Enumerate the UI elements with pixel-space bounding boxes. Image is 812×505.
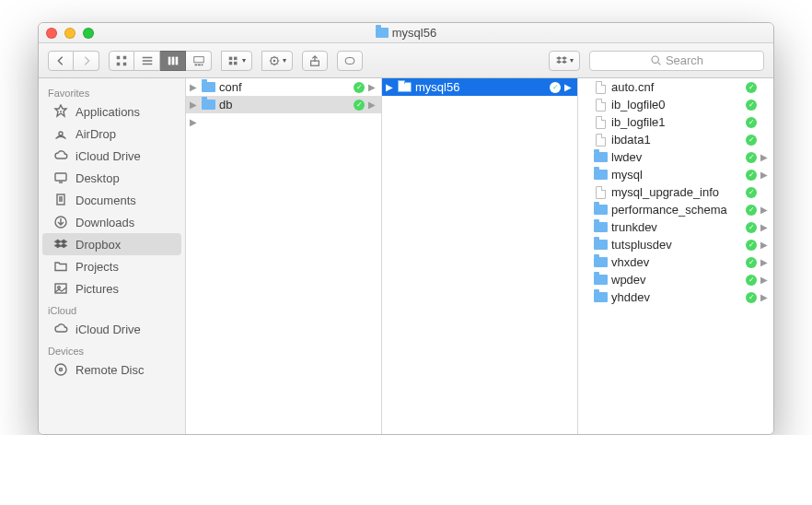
folder-row[interactable]: ▶performance_schema✓▶ bbox=[578, 201, 773, 218]
sidebar-item-applications[interactable]: Applications bbox=[39, 100, 185, 123]
dropbox-button[interactable]: ▾ bbox=[549, 51, 580, 71]
folder-row[interactable]: ▶trunkdev✓▶ bbox=[578, 218, 773, 236]
file-row[interactable]: ▶ib_logfile1✓ bbox=[578, 113, 773, 131]
sidebar-item-icloud-drive[interactable]: iCloud Drive bbox=[39, 145, 185, 167]
tags-button[interactable] bbox=[337, 51, 363, 71]
sidebar-item-downloads[interactable]: Downloads bbox=[39, 211, 185, 233]
body: FavoritesApplicationsAirDropiCloud Drive… bbox=[39, 78, 773, 434]
cloud-icon bbox=[53, 322, 68, 336]
row-label: ibdata1 bbox=[611, 133, 742, 147]
row-label: ib_logfile1 bbox=[611, 115, 742, 129]
sidebar-item-dropbox[interactable]: Dropbox bbox=[42, 233, 181, 255]
file-row[interactable]: ▶mysql_upgrade_info✓ bbox=[578, 183, 773, 201]
disc-icon bbox=[53, 362, 68, 377]
folder-row[interactable]: ▶yhddev✓▶ bbox=[578, 288, 773, 306]
file-row[interactable]: ▶auto.cnf✓ bbox=[578, 78, 773, 96]
maximize-button[interactable] bbox=[83, 28, 94, 39]
sync-check-icon: ✓ bbox=[746, 240, 757, 251]
column-2[interactable]: ▶auto.cnf✓▶ib_logfile0✓▶ib_logfile1✓▶ibd… bbox=[578, 78, 773, 434]
children-arrow-icon: ▶ bbox=[760, 222, 768, 232]
folder-row[interactable]: ▶mysql56✓▶ bbox=[382, 78, 577, 96]
view-buttons bbox=[109, 51, 212, 71]
svg-rect-14 bbox=[234, 61, 238, 65]
sync-check-icon: ✓ bbox=[746, 82, 757, 93]
sidebar-item-projects[interactable]: Projects bbox=[39, 255, 185, 277]
folder-row[interactable]: ▶db✓▶ bbox=[186, 96, 381, 113]
gallery-view-button[interactable] bbox=[186, 51, 212, 71]
search-field[interactable]: Search bbox=[589, 51, 764, 71]
column-view-button[interactable] bbox=[160, 51, 186, 71]
titlebar[interactable]: mysql56 bbox=[39, 23, 773, 43]
share-button[interactable] bbox=[302, 51, 328, 71]
svg-rect-0 bbox=[117, 55, 121, 59]
svg-rect-22 bbox=[55, 173, 66, 181]
folder-row[interactable]: ▶wpdev✓▶ bbox=[578, 271, 773, 288]
file-row[interactable]: ▶ibdata1✓ bbox=[578, 131, 773, 148]
row-label: yhddev bbox=[611, 290, 742, 304]
children-arrow-icon: ▶ bbox=[564, 82, 572, 92]
sync-check-icon: ✓ bbox=[354, 100, 365, 111]
action-button[interactable]: ▾ bbox=[261, 51, 293, 71]
folder-row[interactable]: ▶vhxdev✓▶ bbox=[578, 253, 773, 271]
sidebar-item-label: iCloud Drive bbox=[75, 323, 141, 336]
sidebar-item-documents[interactable]: Documents bbox=[39, 189, 185, 211]
downloads-icon bbox=[53, 215, 68, 229]
window-title: mysql56 bbox=[39, 26, 773, 40]
sync-check-icon: ✓ bbox=[746, 205, 757, 216]
cloud-icon bbox=[53, 148, 68, 163]
row-label: vhxdev bbox=[611, 255, 742, 269]
folder-row[interactable]: ▶tutsplusdev✓▶ bbox=[578, 236, 773, 253]
forward-button[interactable] bbox=[74, 51, 99, 71]
folder-icon bbox=[593, 221, 608, 234]
row-label: db bbox=[219, 98, 350, 112]
sidebar-item-label: Applications bbox=[75, 105, 140, 119]
sidebar-item-label: Projects bbox=[75, 260, 119, 274]
svg-rect-5 bbox=[171, 56, 174, 65]
search-icon bbox=[650, 54, 662, 66]
svg-rect-8 bbox=[194, 64, 197, 65]
sidebar-item-desktop[interactable]: Desktop bbox=[39, 167, 185, 189]
sidebar-item-pictures[interactable]: Pictures bbox=[39, 277, 185, 299]
expand-arrow-icon[interactable]: ▶ bbox=[186, 113, 381, 131]
list-view-button[interactable] bbox=[134, 51, 160, 71]
traffic-lights bbox=[46, 28, 94, 39]
folder-row[interactable]: ▶conf✓▶ bbox=[186, 78, 381, 96]
sidebar: FavoritesApplicationsAirDropiCloud Drive… bbox=[39, 78, 186, 434]
close-button[interactable] bbox=[46, 28, 57, 39]
svg-point-19 bbox=[652, 56, 658, 63]
sidebar-item-remote-disc[interactable]: Remote Disc bbox=[39, 358, 185, 381]
column-1[interactable]: ▶mysql56✓▶ bbox=[382, 78, 578, 434]
svg-rect-12 bbox=[229, 61, 233, 65]
sync-check-icon: ✓ bbox=[746, 222, 757, 233]
column-0[interactable]: ▶conf✓▶▶db✓▶▶ bbox=[186, 78, 382, 434]
sidebar-item-icloud-drive[interactable]: iCloud Drive bbox=[39, 318, 185, 340]
svg-rect-4 bbox=[168, 56, 170, 65]
folder-row[interactable]: ▶lwdev✓▶ bbox=[578, 148, 773, 166]
row-label: mysql_upgrade_info bbox=[611, 185, 742, 199]
arrange-button[interactable]: ▾ bbox=[221, 51, 252, 71]
folder-icon bbox=[593, 256, 608, 269]
sidebar-item-label: Pictures bbox=[75, 282, 119, 296]
back-button[interactable] bbox=[48, 51, 74, 71]
folder-icon bbox=[593, 204, 608, 217]
svg-rect-9 bbox=[198, 64, 201, 65]
sidebar-item-label: Desktop bbox=[75, 171, 120, 185]
sidebar-item-airdrop[interactable]: AirDrop bbox=[39, 123, 185, 145]
file-icon bbox=[593, 81, 608, 94]
row-label: mysql bbox=[611, 168, 742, 182]
sync-check-icon: ✓ bbox=[550, 82, 561, 93]
parent-arrow-icon: ▶ bbox=[386, 82, 393, 92]
svg-rect-1 bbox=[123, 55, 127, 59]
sidebar-item-label: Remote Disc bbox=[75, 363, 144, 377]
file-row[interactable]: ▶ib_logfile0✓ bbox=[578, 96, 773, 113]
folder-row[interactable]: ▶mysql✓▶ bbox=[578, 166, 773, 183]
svg-point-26 bbox=[58, 287, 61, 289]
icon-view-button[interactable] bbox=[109, 51, 134, 71]
minimize-button[interactable] bbox=[64, 28, 75, 39]
columns: ▶conf✓▶▶db✓▶▶▶mysql56✓▶▶auto.cnf✓▶ib_log… bbox=[186, 78, 773, 434]
row-label: mysql56 bbox=[415, 80, 546, 94]
children-arrow-icon: ▶ bbox=[760, 170, 768, 180]
sync-check-icon: ✓ bbox=[746, 187, 757, 198]
svg-point-20 bbox=[61, 112, 62, 112]
row-label: conf bbox=[219, 80, 350, 94]
